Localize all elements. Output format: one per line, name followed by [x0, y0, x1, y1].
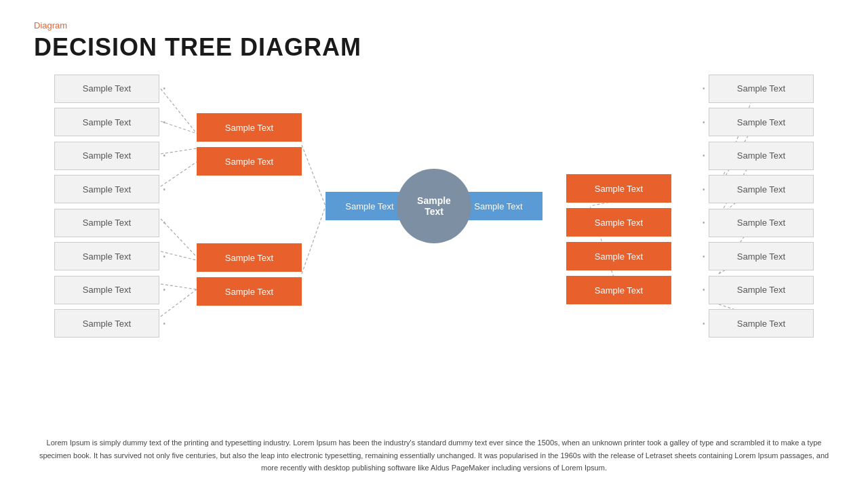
- left-gray-box-8: Sample Text: [54, 309, 159, 338]
- left-gray-box-1: Sample Text: [54, 75, 159, 103]
- right-orange-bottom-group: Sample Text Sample Text: [566, 242, 671, 304]
- right-orange-top-1: Sample Text: [566, 174, 671, 203]
- header: Diagram DECISION TREE DIAGRAM: [34, 20, 834, 62]
- diagram-label: Diagram: [34, 20, 834, 30]
- right-gray-box-3: Sample Text: [709, 142, 814, 170]
- svg-line-3: [161, 162, 197, 186]
- svg-line-6: [161, 284, 197, 289]
- left-gray-boxes: Sample Text Sample Text Sample Text Samp…: [54, 74, 159, 338]
- right-orange-top-group: Sample Text Sample Text: [566, 174, 671, 237]
- right-orange-bottom-2: Sample Text: [566, 276, 671, 304]
- left-orange-top-1: Sample Text: [197, 113, 302, 142]
- left-gray-box-6: Sample Text: [54, 242, 159, 270]
- right-gray-boxes: Sample Text Sample Text Sample Text Samp…: [709, 74, 814, 338]
- right-gray-box-7: Sample Text: [709, 276, 814, 304]
- right-gray-box-2: Sample Text: [709, 108, 814, 136]
- center-circle: SampleText: [397, 169, 471, 243]
- left-orange-top-group: Sample Text Sample Text: [197, 113, 302, 176]
- right-orange-top-2: Sample Text: [566, 208, 671, 237]
- diagram-title: DECISION TREE DIAGRAM: [34, 33, 834, 62]
- svg-line-7: [161, 289, 197, 317]
- right-gray-box-5: Sample Text: [709, 209, 814, 237]
- right-orange-bottom-1: Sample Text: [566, 242, 671, 270]
- left-gray-box-7: Sample Text: [54, 276, 159, 304]
- page: Diagram DECISION TREE DIAGRAM: [0, 0, 868, 488]
- diagram-container: Sample Text Sample Text Sample Text Samp…: [34, 74, 834, 338]
- left-gray-box-3: Sample Text: [54, 142, 159, 170]
- left-orange-top-2: Sample Text: [197, 147, 302, 176]
- svg-line-8: [302, 145, 326, 206]
- right-gray-box-8: Sample Text: [709, 309, 814, 338]
- left-orange-bottom-1: Sample Text: [197, 243, 302, 272]
- right-gray-box-6: Sample Text: [709, 242, 814, 270]
- right-gray-box-1: Sample Text: [709, 75, 814, 103]
- svg-line-5: [161, 251, 197, 260]
- left-gray-box-4: Sample Text: [54, 175, 159, 203]
- left-gray-box-5: Sample Text: [54, 209, 159, 237]
- svg-line-4: [161, 219, 197, 257]
- svg-line-0: [161, 89, 197, 134]
- left-orange-bottom-2: Sample Text: [197, 277, 302, 306]
- footer-text: Lorem Ipsum is simply dummy text of the …: [34, 436, 834, 474]
- svg-line-9: [302, 206, 326, 274]
- left-gray-box-2: Sample Text: [54, 108, 159, 136]
- svg-line-2: [161, 148, 197, 154]
- right-gray-box-4: Sample Text: [709, 175, 814, 203]
- left-orange-bottom-group: Sample Text Sample Text: [197, 243, 302, 306]
